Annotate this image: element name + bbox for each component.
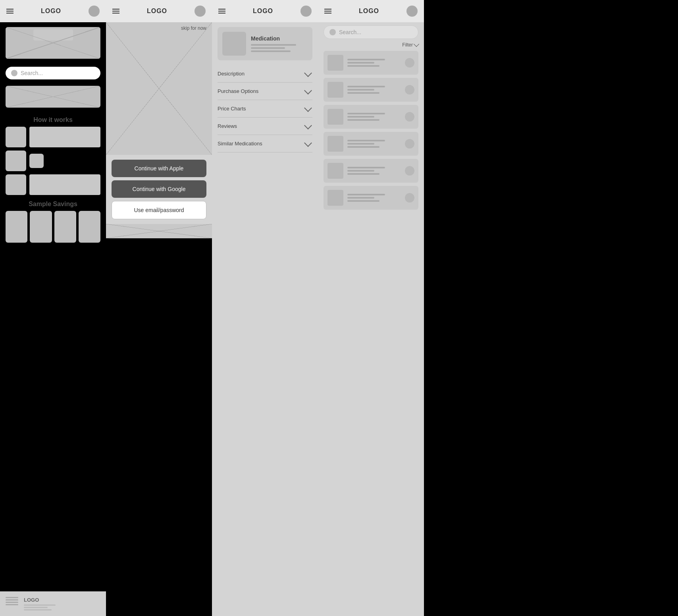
result-circle-5	[405, 166, 414, 176]
accordion-reviews[interactable]: Reviews	[218, 118, 312, 135]
avatar-screen4[interactable]	[406, 6, 418, 17]
login-buttons-container: Continue with Apple Continue with Google…	[106, 155, 212, 224]
result-line-3c	[347, 119, 379, 121]
avatar-screen2[interactable]	[195, 6, 206, 17]
logo-text-screen2: LOGO	[147, 8, 167, 15]
result-item-3[interactable]	[324, 105, 418, 129]
result-text-1	[347, 59, 401, 67]
search-bar-screen4[interactable]: Search...	[324, 25, 418, 39]
chevron-down-icon-reviews	[304, 122, 312, 129]
accordion-similar-medications[interactable]: Similar Medications	[218, 135, 312, 153]
footer-screen1: LOGO	[0, 591, 106, 616]
how-thumb-1	[6, 127, 26, 147]
result-item-1[interactable]	[324, 51, 418, 75]
result-circle-1	[405, 58, 414, 68]
medication-detail-lines	[251, 44, 308, 52]
continue-with-apple-button[interactable]: Continue with Apple	[112, 160, 206, 177]
hero-image-screen1	[6, 27, 100, 59]
search-result-list	[324, 51, 418, 210]
accordion-purchase-options[interactable]: Purchase Options	[218, 83, 312, 100]
screen-medication-detail: LOGO Medication Desicription Purchase Op…	[212, 0, 318, 616]
logo-text-screen4: LOGO	[359, 8, 379, 15]
accordion-price-charts[interactable]: Price Charts	[218, 100, 312, 118]
avatar-screen1[interactable]	[89, 6, 100, 17]
header-screen3: LOGO	[212, 0, 318, 22]
header-screen2: LOGO	[106, 0, 212, 22]
avatar-screen3[interactable]	[300, 6, 312, 17]
how-row-1	[6, 127, 100, 147]
savings-card-2[interactable]	[30, 211, 52, 243]
hero-x-placeholder	[6, 27, 100, 59]
how-it-works-grid	[6, 127, 100, 195]
med-line-2	[251, 47, 285, 49]
accordion-list: Desicription Purchase Options Price Char…	[218, 65, 312, 153]
med-line-1	[251, 44, 296, 46]
result-line-6c	[347, 200, 379, 202]
result-text-5	[347, 167, 401, 175]
skip-for-now-text[interactable]: skip for now	[181, 25, 206, 31]
result-line-6b	[347, 197, 374, 199]
hamburger-menu-icon-screen3[interactable]	[218, 9, 225, 14]
savings-card-4[interactable]	[79, 211, 100, 243]
hamburger-menu-icon-screen4[interactable]	[324, 9, 331, 14]
result-item-6[interactable]	[324, 186, 418, 210]
hamburger-menu-icon-screen2[interactable]	[112, 9, 119, 14]
result-circle-2	[405, 85, 414, 95]
result-item-5[interactable]	[324, 159, 418, 183]
footer-logo-text: LOGO	[24, 597, 56, 603]
how-thumb-2	[6, 151, 26, 171]
medication-image	[222, 32, 246, 56]
result-line-2b	[347, 89, 374, 91]
result-line-4b	[347, 143, 374, 145]
how-thumb-3	[6, 174, 26, 195]
use-email-password-button[interactable]: Use email/password	[112, 201, 206, 219]
result-line-5b	[347, 170, 374, 172]
accordion-price-charts-label: Price Charts	[218, 106, 246, 112]
savings-cards-row	[6, 211, 100, 243]
result-line-1a	[347, 59, 385, 60]
hero-small-rect	[33, 29, 73, 41]
search-placeholder-screen1: Search...	[21, 70, 43, 76]
result-text-6	[347, 194, 401, 202]
how-row-2	[6, 151, 100, 171]
accordion-reviews-label: Reviews	[218, 123, 237, 129]
savings-card-3[interactable]	[54, 211, 76, 243]
result-line-1c	[347, 65, 379, 67]
result-line-5a	[347, 167, 385, 168]
accordion-description-label: Desicription	[218, 71, 245, 77]
result-circle-3	[405, 112, 414, 122]
screen-login: LOGO skip for now Continue with Apple Co…	[106, 0, 212, 238]
chevron-down-icon-description	[304, 69, 312, 77]
how-it-works-title: How it works	[0, 116, 106, 124]
result-circle-6	[405, 193, 414, 203]
search-placeholder-screen4: Search...	[339, 29, 361, 35]
result-item-2[interactable]	[324, 78, 418, 102]
promo-banner-screen1	[6, 86, 100, 108]
login-hero-image: skip for now	[106, 22, 212, 155]
chevron-down-icon-similar	[304, 139, 312, 147]
result-line-5c	[347, 173, 379, 175]
result-thumb-2	[327, 82, 343, 98]
search-bar-screen1[interactable]: Search...	[6, 67, 100, 79]
how-text-3	[29, 174, 100, 195]
accordion-description[interactable]: Desicription	[218, 65, 312, 83]
accordion-similar-medications-label: Similar Medications	[218, 141, 262, 147]
logo-text-screen1: LOGO	[41, 8, 61, 15]
sample-savings-title: Sample Savings	[0, 201, 106, 208]
result-line-6a	[347, 194, 385, 195]
result-line-4c	[347, 146, 379, 148]
result-thumb-1	[327, 55, 343, 71]
result-thumb-5	[327, 163, 343, 179]
continue-with-google-button[interactable]: Continue with Google	[112, 180, 206, 198]
result-thumb-3	[327, 109, 343, 125]
hamburger-menu-icon[interactable]	[6, 9, 13, 14]
result-line-4a	[347, 140, 385, 141]
medication-name: Medication	[251, 35, 308, 42]
filter-row[interactable]: Filter	[324, 42, 418, 48]
login-bottom-bar	[106, 224, 212, 238]
savings-card-1[interactable]	[6, 211, 27, 243]
result-item-4[interactable]	[324, 132, 418, 156]
result-line-2a	[347, 86, 385, 87]
result-text-4	[347, 140, 401, 148]
header-screen4: LOGO	[318, 0, 424, 22]
